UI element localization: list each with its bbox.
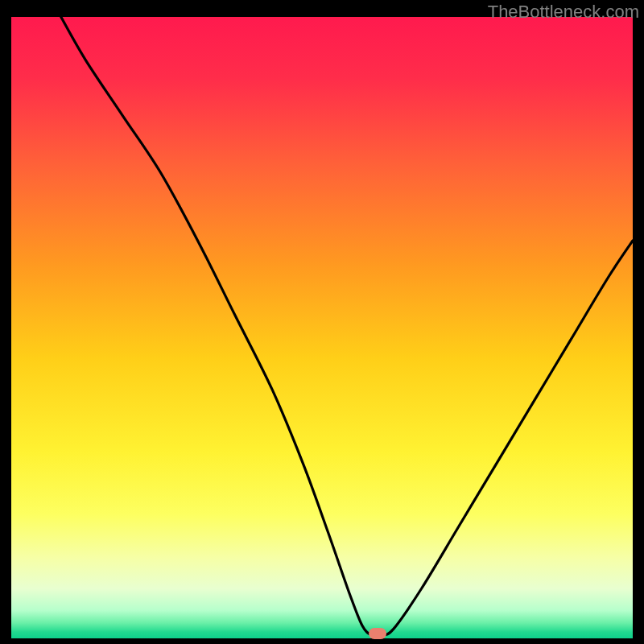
watermark-text: TheBottleneck.com	[488, 2, 639, 23]
plot-area	[11, 17, 633, 638]
bottleneck-curve-layer	[11, 17, 633, 638]
optimal-point-marker	[369, 628, 386, 639]
bottleneck-curve	[61, 17, 633, 636]
chart-frame	[11, 17, 633, 638]
